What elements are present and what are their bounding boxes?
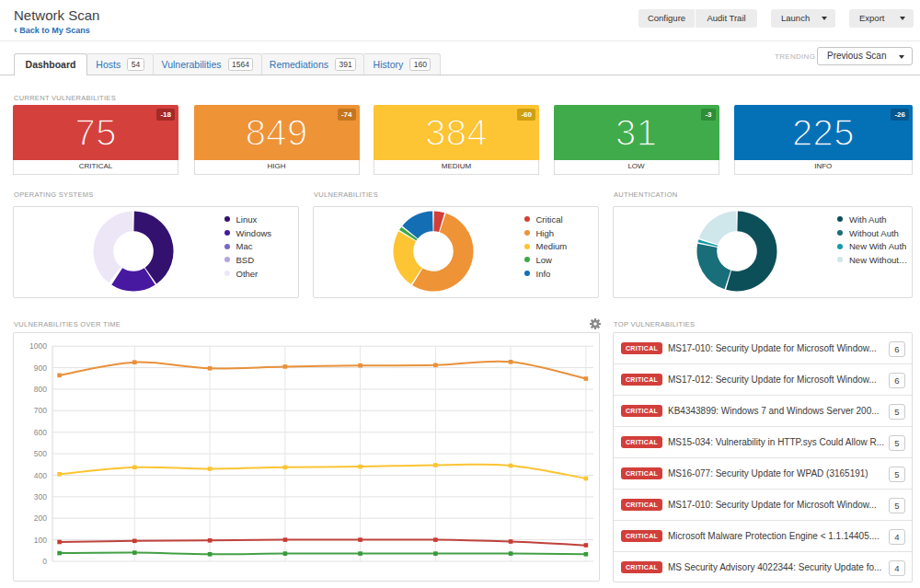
svg-text:300: 300 [34,492,47,502]
svg-text:0: 0 [42,557,47,566]
svg-text:900: 900 [34,363,47,373]
svg-text:200: 200 [34,513,47,523]
svg-text:700: 700 [34,406,47,415]
svg-text:600: 600 [34,428,47,437]
svg-text:400: 400 [34,471,47,480]
svg-text:800: 800 [34,385,47,394]
svg-text:100: 100 [34,536,47,545]
svg-text:500: 500 [34,449,47,458]
svg-text:1000: 1000 [29,341,47,351]
